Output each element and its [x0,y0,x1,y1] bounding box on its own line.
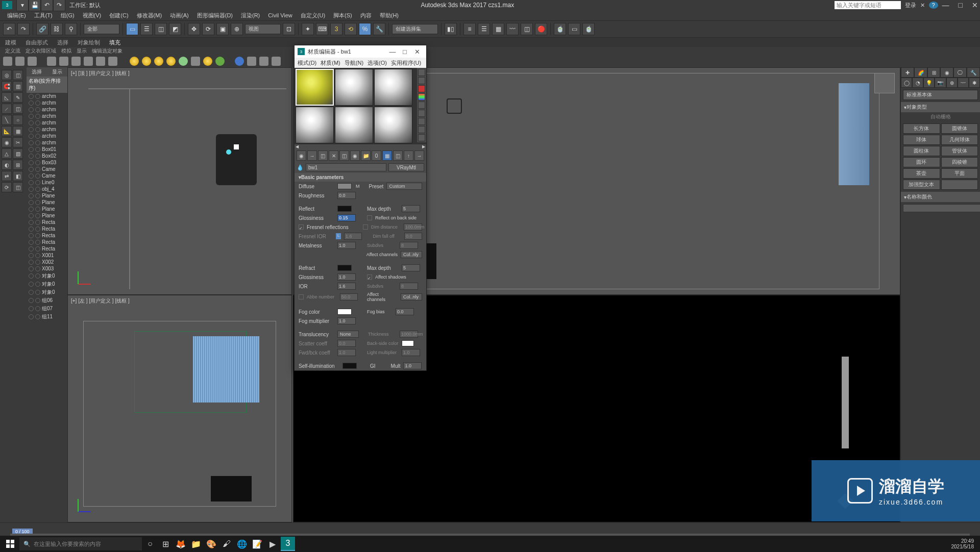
spacewarps-subtab[interactable]: 〰 [958,78,969,88]
keyboard-shortcut-button[interactable]: ⌨ [316,23,328,35]
rotate-button[interactable]: ⟳ [202,23,214,35]
select-region-button[interactable]: ◫ [155,23,167,35]
create-object-button[interactable]: 圆柱体 [903,146,940,156]
graphite-tool-5[interactable]: ◺ [2,92,12,103]
scene-item[interactable]: obj_4 [27,186,67,192]
abbe-checkbox[interactable] [299,294,304,299]
roughness-spinner[interactable]: 0.0 [337,192,356,199]
redo-button[interactable]: ↷ [17,23,30,35]
refract-gloss-spinner[interactable]: 1.0 [337,273,356,281]
sample-type-button[interactable] [418,69,425,76]
ribbon-subtab[interactable]: 模拟 [61,47,71,55]
select-object-button[interactable]: ▭ [126,23,138,35]
material-menu-item[interactable]: 材质(M) [321,59,340,67]
close-button[interactable]: ✕ [972,1,978,9]
dialog-minimize-button[interactable]: — [386,48,399,56]
graphite-tool-21[interactable]: ⟳ [2,182,12,192]
app-icon-1[interactable]: 🎨 [204,537,218,551]
scale-button[interactable]: ▣ [216,23,229,35]
options-button[interactable] [418,118,425,125]
scene-item[interactable]: archm [27,126,67,133]
ribbon-tab[interactable]: 对象绘制 [78,39,100,46]
help-icon[interactable]: ? [929,2,938,9]
placement-button[interactable]: ⊕ [231,23,243,35]
material-id-button[interactable]: 0 [372,150,381,161]
ribbon-tab[interactable]: 填充 [109,39,120,46]
motion-tab[interactable]: ◉ [940,67,953,78]
scene-tab-select[interactable]: 选择 [27,67,47,77]
scene-item[interactable]: Came [27,166,67,172]
percent-snap-button[interactable]: % [359,23,371,35]
menu-item[interactable]: 图形编辑器(D) [194,11,236,20]
category-dropdown[interactable]: 标准基本体 [903,90,978,100]
scene-item[interactable]: 组11 [27,313,67,321]
preset-dropdown[interactable]: Custom [386,183,422,190]
ref-coord-dropdown[interactable]: 视图 [245,24,281,34]
material-slot-1[interactable] [296,69,334,106]
scene-item[interactable]: Box03 [27,159,67,166]
fog-bias-spinner[interactable]: 0.0 [396,308,414,315]
selfillum-mult-spinner[interactable]: 1.0 [403,362,422,369]
angle-snap-button[interactable]: ⟲ [345,23,357,35]
cortana-icon[interactable]: ○ [143,537,157,551]
curve-editor-button[interactable]: 〰 [506,23,519,35]
graphite-tool-15[interactable]: △ [2,148,12,159]
go-forward-button[interactable]: → [414,150,424,161]
viewport-label[interactable]: [+] [顶 ] [用户定义 ] [线框 ] [71,70,130,77]
graphite-tool-7[interactable]: ⟋ [2,104,12,114]
translucency-dropdown[interactable]: None [337,331,359,338]
unlink-button[interactable]: ⛓ [51,23,63,35]
modify-tab[interactable]: 🌈 [914,67,927,78]
scene-item[interactable]: Recta [27,239,67,245]
ribbon-tab[interactable]: 建模 [5,39,16,46]
material-editor-button[interactable]: 🔴 [535,23,547,35]
glossiness-spinner[interactable]: 0.15 [337,214,356,221]
reset-map-button[interactable]: ✕ [329,150,338,161]
graphite-tool-10[interactable]: ○ [13,115,23,125]
object-type-header[interactable]: ▾ 对象类型 [901,102,980,112]
scene-item[interactable]: X002 [27,259,67,265]
graphite-tool-1[interactable]: ◎ [2,70,12,80]
select-name-button[interactable]: ☰ [140,23,153,35]
scene-item[interactable]: 对象0 [27,280,67,288]
show-end-result-button[interactable]: ◫ [393,150,403,161]
scene-item[interactable]: X003 [27,265,67,272]
create-object-button[interactable]: 四棱锥 [941,157,978,167]
refract-maxdepth-spinner[interactable]: 5 [402,264,420,271]
ribbon-tab[interactable]: 自由形式 [26,39,48,46]
preview-button[interactable] [418,110,425,117]
light-preset-9[interactable] [108,57,117,66]
get-material-button[interactable]: ◉ [297,150,306,161]
dialog-maximize-button[interactable]: □ [399,48,411,56]
sample-uv-button[interactable] [418,93,425,101]
misc-icon-1[interactable] [247,57,256,66]
ribbon-tab[interactable]: 选择 [57,39,68,46]
material-slot-2[interactable] [335,69,373,106]
scene-item[interactable]: archm [27,113,67,119]
graphite-tool-11[interactable]: 📐 [2,126,12,136]
geometry-subtab[interactable]: ◯ [901,78,912,88]
reflect-swatch[interactable] [337,206,352,212]
edge-icon[interactable]: 🌐 [235,537,249,551]
scene-item[interactable]: archm [27,119,67,126]
selection-filter[interactable]: 全部 [84,24,119,34]
diffuse-swatch[interactable] [337,183,352,189]
obj-icon-2[interactable] [203,57,212,66]
utilities-tab[interactable]: 🔧 [967,67,980,78]
menu-item[interactable]: 自定义(U) [298,11,328,20]
scene-item[interactable]: Plane [27,212,67,219]
create-object-button[interactable]: 几何球体 [941,135,978,145]
ior-spinner[interactable]: 1.6 [337,283,356,290]
rollup-header[interactable]: ▾ Basic parameters [295,173,426,182]
scene-item[interactable]: archm [27,139,67,146]
minimize-button[interactable]: — [942,1,949,9]
create-object-button[interactable]: 圆环 [903,157,940,167]
material-editor-titlebar[interactable]: 3 材质编辑器 - bw1 — □ ✕ [295,45,426,58]
ribbon-subtab[interactable]: 显示 [77,47,87,55]
move-button[interactable]: ✥ [188,23,200,35]
sphere-green-icon[interactable] [179,57,188,66]
create-object-button[interactable]: 长方体 [903,123,940,134]
material-menu-item[interactable]: 模式(D) [298,59,316,67]
spinner-snap-button[interactable]: 🔧 [373,23,385,35]
scene-item[interactable]: 对象0 [27,288,67,296]
